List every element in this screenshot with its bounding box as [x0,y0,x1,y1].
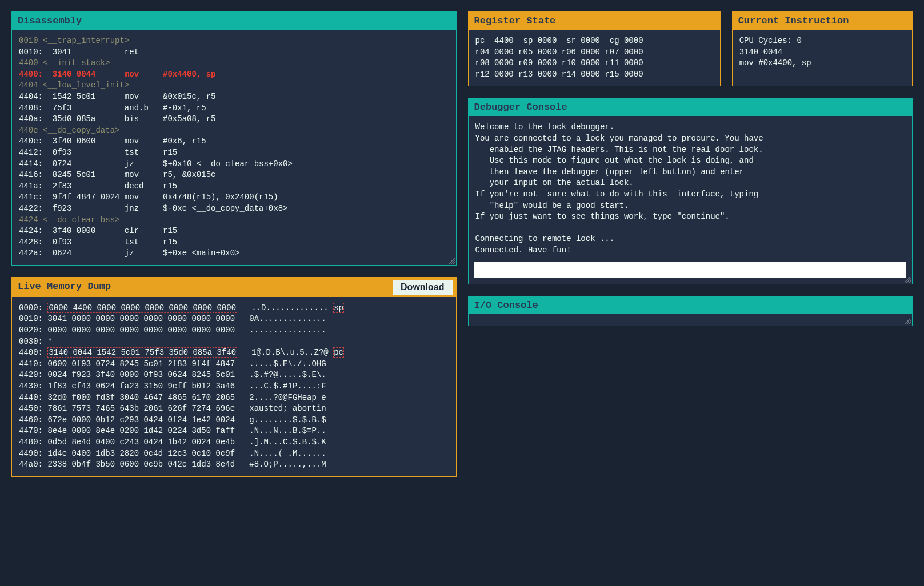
io-console-title: I/O Console [474,300,538,311]
disassembly-line[interactable]: 4416: 8245 5c01 mov r5, &0x015c [19,170,449,181]
register-line: r04 0000 r05 0000 r06 0000 r07 0000 [475,47,713,58]
disassembly-line[interactable]: 4400: 3140 0044 mov #0x4400, sp [19,69,449,81]
memory-line[interactable]: 4490: 1d4e 0400 1db3 2820 0c4d 12c3 0c10… [19,448,449,460]
disassembly-line[interactable]: 4404: 1542 5c01 mov &0x015c, r5 [19,91,449,103]
disassembly-line[interactable]: 4404 <__low_level_init> [19,80,449,91]
disassembly-line[interactable]: 440a: 35d0 085a bis #0x5a08, r5 [19,114,449,125]
memory-line[interactable]: 4480: 0d5d 8e4d 0400 c243 0424 1b42 0024… [19,437,449,448]
memory-line[interactable]: 4460: 672e 0000 0b12 c293 0424 0f24 1e42… [19,415,449,426]
current-instruction-line: CPU Cycles: 0 [739,35,905,47]
disassembly-panel: Disassembly 0010 <__trap_interrupt>0010:… [11,11,457,266]
current-instruction-line: 3140 0044 [739,47,905,58]
io-console-body [469,314,913,326]
download-button[interactable]: Download [393,280,452,295]
io-console-resize-handle[interactable] [905,319,911,324]
memory-line[interactable]: 0010: 3041 0000 0000 0000 0000 0000 0000… [19,314,449,325]
disassembly-line[interactable]: 442a: 0624 jz $+0xe <main+0x0> [19,248,449,259]
memory-line[interactable]: 0020: 0000 0000 0000 0000 0000 0000 0000… [19,325,449,336]
disassembly-line[interactable]: 440e <__do_copy_data> [19,125,449,137]
memory-line[interactable]: 4410: 0600 0f93 0724 8245 5c01 2f83 9f4f… [19,359,449,370]
register-line: r08 0000 r09 0000 r10 0000 r11 0000 [475,58,713,69]
register-line: r12 0000 r13 0000 r14 0000 r15 0000 [475,69,713,81]
io-console-header: I/O Console [469,296,913,314]
memory-pointer-pc: pc [333,347,344,358]
disassembly-line[interactable]: 4414: 0724 jz $+0x10 <__do_clear_bss+0x0… [19,159,449,170]
memory-line[interactable]: 0000: 0000 4400 0000 0000 0000 0000 0000… [19,303,449,314]
disassembly-line[interactable]: 4428: 0f93 tst r15 [19,237,449,248]
register-title: Register State [474,15,556,26]
debugger-console-output: Welcome to the lock debugger. You are co… [469,116,913,262]
memory-line[interactable]: 4400: 3140 0044 1542 5c01 75f3 35d0 085a… [19,347,449,359]
memory-line[interactable]: 4430: 1f83 cf43 0624 fa23 3150 9cff b012… [19,381,449,392]
memory-line[interactable]: 4420: 0024 f923 3f40 0000 0f93 0624 8245… [19,370,449,381]
register-header: Register State [469,12,720,30]
current-instruction-line: mov #0x4400, sp [739,58,905,69]
memory-line[interactable]: 4440: 32d0 f000 fd3f 3040 4647 4865 6170… [19,392,449,404]
current-instruction-title: Current Instruction [738,15,849,26]
debugger-console-header: Debugger Console [469,98,913,116]
disassembly-line[interactable]: 0010: 3041 ret [19,47,449,58]
disassembly-header: Disassembly [12,12,456,30]
current-instruction-panel: Current Instruction CPU Cycles: 03140 00… [732,11,913,86]
disassembly-title: Disassembly [18,15,82,26]
debugger-console-resize-handle[interactable] [905,277,911,283]
disassembly-resize-handle[interactable] [449,258,455,264]
current-instruction-header: Current Instruction [733,12,912,30]
memory-line[interactable]: 44a0: 2338 0b4f 3b50 0600 0c9b 042c 1dd3… [19,459,449,471]
debugger-console-panel: Debugger Console Welcome to the lock deb… [468,98,913,284]
memory-line[interactable]: 4470: 8e4e 0000 8e4e 0200 1d42 0224 3d50… [19,426,449,437]
memory-title: Live Memory Dump [18,281,111,292]
disassembly-line[interactable]: 4424: 3f40 0000 clr r15 [19,226,449,237]
io-console-panel: I/O Console [468,296,913,326]
debugger-console-input[interactable] [474,262,907,278]
current-instruction-body: CPU Cycles: 03140 0044mov #0x4400, sp [733,30,912,86]
disassembly-body[interactable]: 0010 <__trap_interrupt>0010: 3041 ret440… [12,30,456,265]
memory-header: Live Memory Dump Download [12,278,456,297]
disassembly-line[interactable]: 4400 <__init_stack> [19,58,449,69]
register-line: pc 4400 sp 0000 sr 0000 cg 0000 [475,35,713,47]
disassembly-line[interactable]: 4422: f923 jnz $-0xc <__do_copy_data+0x8… [19,203,449,215]
disassembly-line[interactable]: 4408: 75f3 and.b #-0x1, r5 [19,103,449,114]
disassembly-line[interactable]: 4412: 0f93 tst r15 [19,147,449,159]
disassembly-line[interactable]: 441c: 9f4f 4847 0024 mov 0x4748(r15), 0x… [19,192,449,203]
memory-line[interactable]: 4450: 7861 7573 7465 643b 2061 626f 7274… [19,403,449,415]
debugger-console-title: Debugger Console [474,102,567,113]
disassembly-line[interactable]: 4424 <__do_clear_bss> [19,215,449,226]
disassembly-line[interactable]: 440e: 3f40 0600 mov #0x6, r15 [19,136,449,147]
register-body: pc 4400 sp 0000 sr 0000 cg 0000r04 0000 … [469,30,720,86]
disassembly-line[interactable]: 441a: 2f83 decd r15 [19,181,449,192]
memory-pointer-sp: sp [333,303,344,313]
register-panel: Register State pc 4400 sp 0000 sr 0000 c… [468,11,721,86]
memory-body[interactable]: 0000: 0000 4400 0000 0000 0000 0000 0000… [12,297,456,476]
disassembly-line[interactable]: 0010 <__trap_interrupt> [19,35,449,47]
memory-line[interactable]: 0030: * [19,336,449,348]
memory-panel: Live Memory Dump Download 0000: 0000 440… [11,277,457,477]
